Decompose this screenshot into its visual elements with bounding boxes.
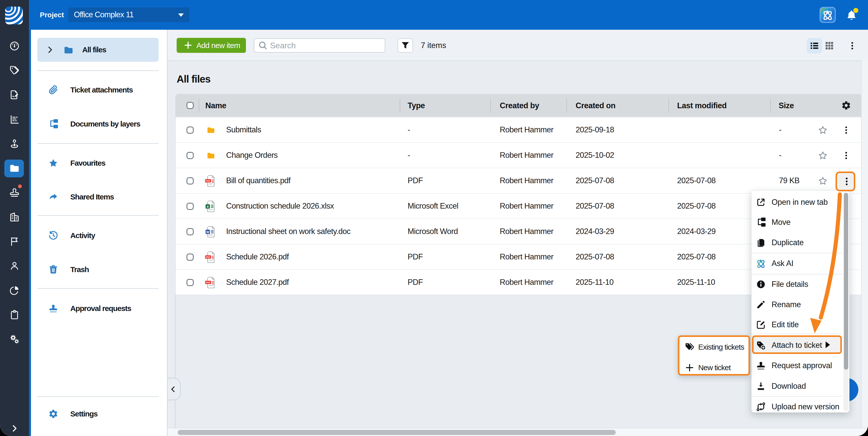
svg-text:X: X — [207, 205, 209, 209]
svg-text:PDF: PDF — [206, 281, 211, 284]
svg-text:PDF: PDF — [206, 256, 211, 258]
svg-text:W: W — [206, 230, 209, 234]
svg-text:PDF: PDF — [206, 179, 211, 182]
